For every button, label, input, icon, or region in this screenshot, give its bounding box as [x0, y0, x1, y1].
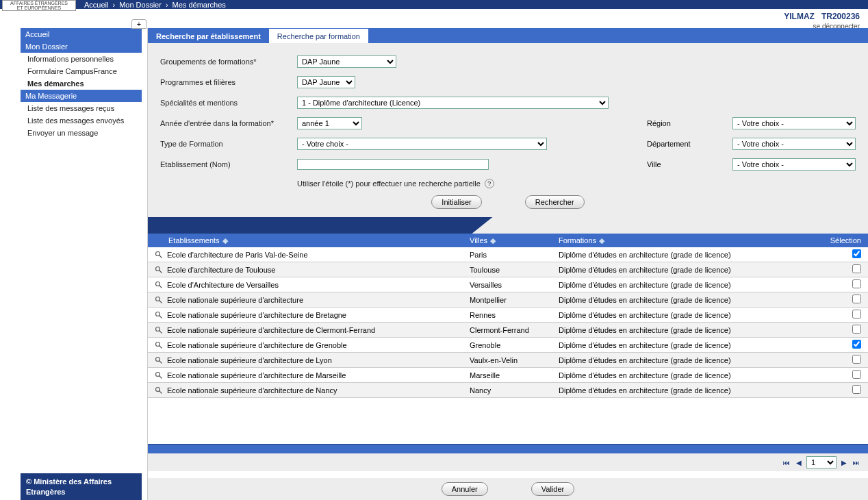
- magnify-icon[interactable]: [155, 326, 163, 334]
- select-type[interactable]: - Votre choix -: [297, 138, 547, 150]
- etablissement-link[interactable]: Ecole nationale supérieure d'architectur…: [167, 371, 346, 379]
- magnify-icon[interactable]: [155, 296, 163, 304]
- sort-icon[interactable]: ◆: [490, 236, 494, 240]
- selection-checkbox[interactable]: [852, 310, 861, 318]
- page-select[interactable]: 1: [806, 456, 837, 468]
- svg-point-18: [156, 387, 160, 391]
- input-etablissement[interactable]: [297, 159, 489, 170]
- tab-search-formation[interactable]: Recherche par formation: [269, 28, 368, 43]
- tabs: Recherche par établissement Recherche pa…: [148, 28, 868, 43]
- svg-point-0: [156, 251, 160, 255]
- select-ville[interactable]: - Votre choix -: [732, 158, 856, 171]
- label-etablissement: Etablissement (Nom): [160, 160, 297, 168]
- nav-header[interactable]: Ma Messagerie: [21, 90, 142, 102]
- cancel-button[interactable]: Annuler: [442, 482, 488, 496]
- magnify-icon[interactable]: [155, 281, 163, 289]
- selection-checkbox[interactable]: [852, 295, 861, 303]
- svg-line-15: [159, 360, 162, 363]
- etablissement-link[interactable]: Ecole d'Architecture de Versailles: [167, 281, 279, 289]
- etablissement-link[interactable]: Ecole d'architecture de Toulouse: [167, 266, 275, 274]
- first-page-button[interactable]: ⏮: [782, 458, 791, 467]
- etablissement-link[interactable]: Ecole nationale supérieure d'architectur…: [167, 386, 337, 395]
- ville-cell: Nancy: [470, 386, 559, 395]
- nav-item[interactable]: Liste des messages reçus: [21, 102, 142, 114]
- nav-item[interactable]: Envoyer un message: [21, 127, 142, 139]
- svg-line-19: [159, 390, 162, 393]
- nav-header[interactable]: Mon Dossier: [21, 40, 142, 53]
- col-etablissements[interactable]: Etablissements: [168, 236, 220, 245]
- select-departement[interactable]: - Votre choix -: [732, 138, 856, 150]
- label-type: Type de Formation: [160, 140, 297, 148]
- svg-point-6: [156, 297, 160, 301]
- col-villes[interactable]: Villes: [470, 236, 487, 245]
- etablissement-link[interactable]: Ecole nationale supérieure d'architectur…: [167, 296, 303, 304]
- breadcrumb-item[interactable]: Mes démarches: [173, 1, 226, 9]
- next-page-button[interactable]: ▶: [839, 458, 849, 467]
- magnify-icon[interactable]: [155, 386, 163, 395]
- select-region[interactable]: - Votre choix -: [732, 117, 856, 129]
- selection-checkbox[interactable]: [852, 385, 861, 394]
- magnify-icon[interactable]: [155, 356, 163, 364]
- etablissement-link[interactable]: Ecole d'architecture de Paris Val-de-Sei…: [167, 251, 308, 259]
- label-ville: Ville: [647, 160, 732, 168]
- help-icon[interactable]: ?: [485, 179, 494, 188]
- magnify-icon[interactable]: [155, 251, 163, 259]
- hint-text: Utiliser l'étoile (*) pour effectuer une…: [297, 179, 481, 188]
- table-row: Ecole nationale supérieure d'architectur…: [148, 292, 868, 308]
- formation-cell: Diplôme d'études en architecture (grade …: [559, 386, 813, 395]
- selection-checkbox[interactable]: [852, 264, 861, 273]
- svg-line-11: [159, 330, 162, 333]
- table-row: Ecole d'Architecture de VersaillesVersai…: [148, 277, 868, 292]
- svg-point-2: [156, 266, 160, 271]
- table-row: Ecole nationale supérieure d'architectur…: [148, 353, 868, 368]
- table-row: Ecole nationale supérieure d'architectur…: [148, 338, 868, 353]
- selection-checkbox[interactable]: [852, 355, 861, 364]
- svg-point-10: [156, 327, 160, 331]
- select-annee[interactable]: année 1: [297, 117, 362, 129]
- selection-checkbox[interactable]: [852, 370, 861, 379]
- nav-item[interactable]: Informations personnelles: [21, 53, 142, 65]
- results-table: Ecole d'architecture de Paris Val-de-Sei…: [148, 247, 868, 444]
- select-programmes[interactable]: DAP Jaune: [297, 76, 355, 88]
- breadcrumb-item[interactable]: Mon Dossier: [119, 1, 162, 9]
- etablissement-link[interactable]: Ecole nationale supérieure d'architectur…: [167, 356, 332, 364]
- last-page-button[interactable]: ⏭: [852, 458, 861, 467]
- select-specialites[interactable]: 1 - Diplôme d'architecture (Licence): [297, 97, 609, 109]
- formation-cell: Diplôme d'études en architecture (grade …: [559, 251, 813, 259]
- selection-checkbox[interactable]: [852, 325, 861, 334]
- selection-checkbox[interactable]: [852, 340, 861, 349]
- sort-icon[interactable]: ◆: [599, 236, 603, 240]
- col-formations[interactable]: Formations: [559, 236, 596, 245]
- etablissement-link[interactable]: Ecole nationale supérieure d'architectur…: [167, 341, 347, 349]
- breadcrumb-item[interactable]: Accueil: [84, 1, 108, 9]
- horizontal-scrollbar[interactable]: [148, 444, 868, 453]
- ville-cell: Clermont-Ferrand: [470, 326, 559, 334]
- svg-point-14: [156, 357, 160, 361]
- selection-checkbox[interactable]: [852, 249, 861, 258]
- prev-page-button[interactable]: ◀: [794, 458, 804, 467]
- formation-cell: Diplôme d'études en architecture (grade …: [559, 296, 813, 304]
- magnify-icon[interactable]: [155, 371, 163, 379]
- nav-header[interactable]: Accueil: [21, 28, 142, 40]
- etablissement-link[interactable]: Ecole nationale supérieure d'architectur…: [167, 326, 375, 334]
- formation-cell: Diplôme d'études en architecture (grade …: [559, 266, 813, 274]
- sort-icon[interactable]: ◆: [222, 236, 227, 240]
- etablissement-link[interactable]: Ecole nationale supérieure d'architectur…: [167, 311, 346, 319]
- magnify-icon[interactable]: [155, 266, 163, 274]
- add-tab-button[interactable]: +: [131, 19, 146, 29]
- search-button[interactable]: Rechercher: [525, 195, 585, 209]
- nav-item[interactable]: Mes démarches: [21, 77, 142, 90]
- select-groupements[interactable]: DAP Jaune: [297, 55, 396, 68]
- ville-cell: Vaulx-en-Velin: [470, 356, 559, 364]
- nav-item[interactable]: Liste des messages envoyés: [21, 114, 142, 127]
- validate-button[interactable]: Valider: [531, 482, 574, 496]
- magnify-icon[interactable]: [155, 311, 163, 319]
- table-row: Ecole d'architecture de Paris Val-de-Sei…: [148, 247, 868, 262]
- nav-item[interactable]: Formulaire CampusFrance: [21, 65, 142, 77]
- label-specialites: Spécialités et mentions: [160, 99, 297, 107]
- selection-checkbox[interactable]: [852, 279, 861, 288]
- magnify-icon[interactable]: [155, 341, 163, 349]
- tab-search-establishment[interactable]: Recherche par établissement: [148, 28, 269, 43]
- ville-cell: Paris: [470, 251, 559, 259]
- initialize-button[interactable]: Initialiser: [431, 195, 481, 209]
